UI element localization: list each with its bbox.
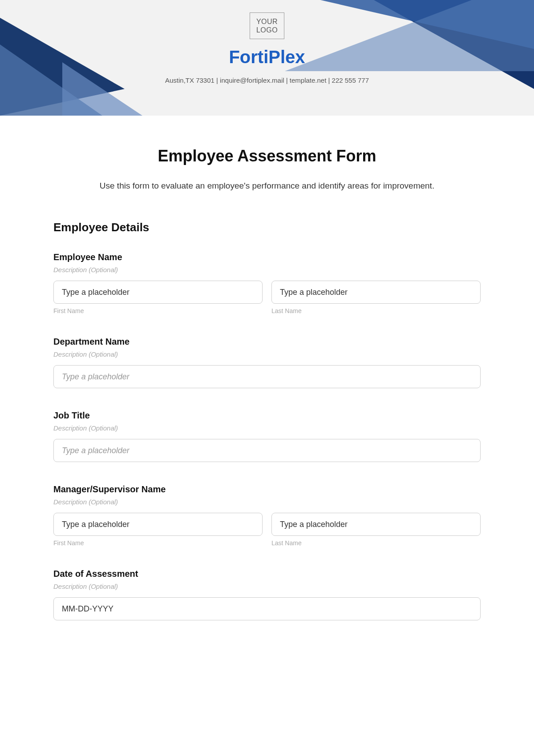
field-department: Department Name Description (Optional) xyxy=(53,337,481,388)
manager-last-name-input[interactable] xyxy=(271,513,481,536)
sublabel-first-name: First Name xyxy=(53,539,263,547)
field-label: Manager/Supervisor Name xyxy=(53,484,481,495)
header-band: YOUR LOGO FortiPlex Austin,TX 73301 | in… xyxy=(0,0,534,116)
form-intro: Use this form to evaluate an employee's … xyxy=(53,178,481,194)
employee-first-name-input[interactable] xyxy=(53,281,263,304)
employee-last-name-input[interactable] xyxy=(271,281,481,304)
field-label: Date of Assessment xyxy=(53,569,481,579)
section-employee-details: Employee Details xyxy=(53,221,481,234)
field-job-title: Job Title Description (Optional) xyxy=(53,410,481,462)
contact-line: Austin,TX 73301 | inquire@fortiplex.mail… xyxy=(156,75,378,86)
field-desc: Description (Optional) xyxy=(53,498,481,506)
company-name: FortiPlex xyxy=(0,47,534,67)
field-date: Date of Assessment Description (Optional… xyxy=(53,569,481,620)
sublabel-last-name: Last Name xyxy=(271,539,481,547)
manager-first-name-input[interactable] xyxy=(53,513,263,536)
logo-placeholder: YOUR LOGO xyxy=(250,12,284,39)
field-desc: Description (Optional) xyxy=(53,266,481,273)
field-desc: Description (Optional) xyxy=(53,424,481,432)
job-title-input[interactable] xyxy=(53,439,481,462)
date-input[interactable] xyxy=(53,597,481,620)
field-label: Department Name xyxy=(53,337,481,347)
field-manager: Manager/Supervisor Name Description (Opt… xyxy=(53,484,481,547)
form-area: Employee Assessment Form Use this form t… xyxy=(0,116,534,638)
field-employee-name: Employee Name Description (Optional) Fir… xyxy=(53,252,481,314)
field-label: Job Title xyxy=(53,410,481,421)
department-input[interactable] xyxy=(53,365,481,388)
field-label: Employee Name xyxy=(53,252,481,262)
field-desc: Description (Optional) xyxy=(53,583,481,590)
field-desc: Description (Optional) xyxy=(53,350,481,358)
form-title: Employee Assessment Form xyxy=(53,147,481,165)
sublabel-first-name: First Name xyxy=(53,307,263,314)
sublabel-last-name: Last Name xyxy=(271,307,481,314)
